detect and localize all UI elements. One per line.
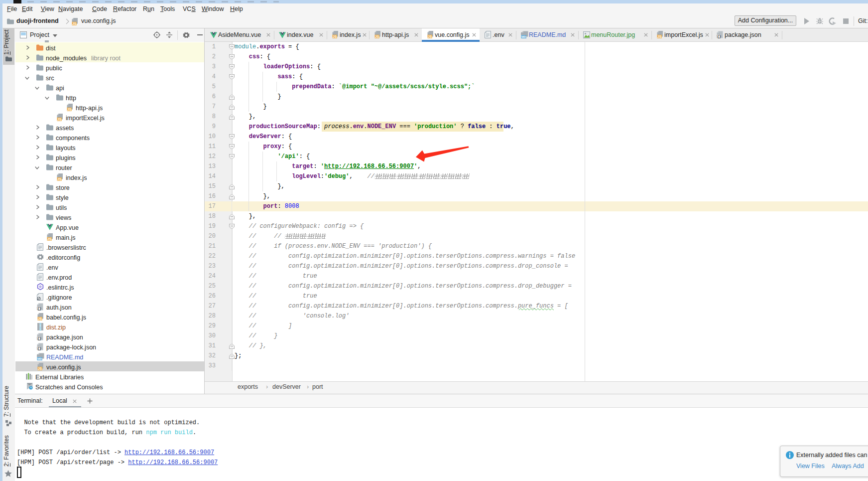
- svg-text:{}: {}: [37, 336, 41, 340]
- svg-text:JS: JS: [57, 177, 62, 181]
- svg-text:JS: JS: [57, 118, 62, 121]
- svg-text:JS: JS: [375, 35, 379, 38]
- svg-text:MD: MD: [521, 35, 526, 38]
- svg-text:JS: JS: [72, 22, 77, 25]
- svg-text:JS: JS: [67, 108, 72, 111]
- svg-text:JS: JS: [47, 237, 52, 241]
- svg-text:JS: JS: [428, 35, 432, 38]
- svg-text:MD: MD: [37, 357, 42, 360]
- svg-text:{}: {}: [37, 346, 41, 350]
- svg-text:JS: JS: [657, 35, 662, 38]
- svg-text:JS: JS: [38, 367, 42, 370]
- svg-text:{}: {}: [37, 307, 41, 311]
- svg-text:JS: JS: [38, 317, 42, 321]
- svg-text:JS: JS: [333, 35, 337, 38]
- svg-text:{}: {}: [717, 34, 721, 38]
